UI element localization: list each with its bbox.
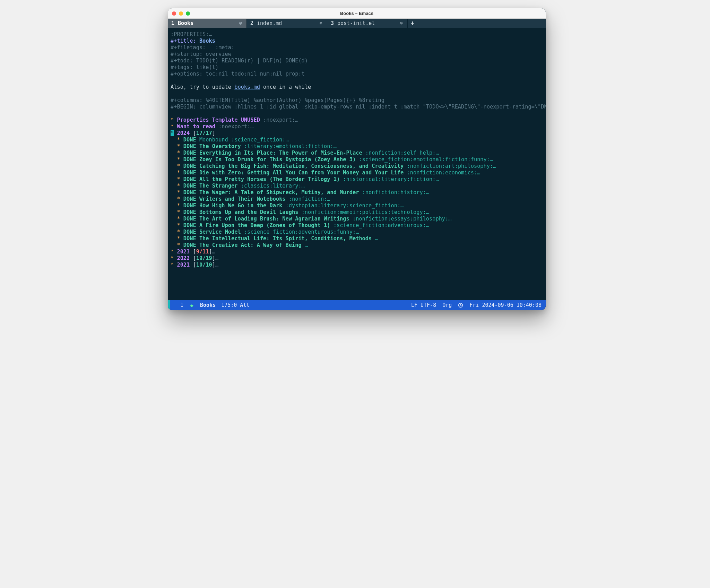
entry-row: * DONE The Creative Act: A Way of Being … (168, 242, 546, 249)
entry-row: * DONE How High We Go in the Dark :dysto… (168, 202, 546, 209)
mac-titlebar: Books – Emacs (168, 8, 546, 19)
entry-row: * DONE Everything in Its Place: The Powe… (168, 150, 546, 156)
close-icon[interactable]: ⊗ (399, 21, 404, 26)
tab-index-md[interactable]: 2 index.md ⊗ (247, 19, 327, 28)
add-tab-button[interactable] (408, 19, 417, 28)
branch-icon (189, 302, 194, 308)
editor-buffer[interactable]: :PROPERTIES:…#+title: Books#+filetags: :… (168, 28, 546, 300)
tab-bar: 1 Books ⊗ 2 index.md ⊗ 3 post-init.el ⊗ (168, 19, 546, 28)
modeline-accent (168, 300, 170, 310)
heading-2023: * 2023 [9/11]… (168, 249, 546, 255)
tab-label: Books (178, 20, 193, 26)
modeline-clock: Fri 2024-09-06 10:40:08 (469, 302, 542, 308)
window-title: Books – Emacs (168, 11, 546, 16)
entry-row: * DONE Die with Zero: Getting All You Ca… (168, 170, 546, 176)
entry-row: * DONE Zoey Is Too Drunk for This Dystop… (168, 156, 546, 163)
entry-row: * DONE The Overstory :literary:emotional… (168, 143, 546, 150)
tab-books[interactable]: 1 Books ⊗ (168, 19, 247, 28)
entry-row: * DONE The Art of Loading Brush: New Agr… (168, 216, 546, 222)
heading-2024: * 2024 [17/17] (168, 130, 546, 137)
entry-row: * DONE Moonbound :science_fiction:… (168, 137, 546, 143)
heading-2022: * 2022 [19/19]… (168, 255, 546, 262)
link-books-md[interactable]: books.md (234, 84, 260, 90)
modeline: 1 Books 175:0 All LF UTF-8 Org Fri 2024-… (168, 300, 546, 310)
entry-row: * DONE The Stranger :classics:literary:… (168, 183, 546, 189)
entry-row: * DONE A Fire Upon the Deep (Zones of Th… (168, 222, 546, 229)
link-first-entry[interactable]: Moonbound (199, 137, 228, 143)
emacs-window: Books – Emacs 1 Books ⊗ 2 index.md ⊗ 3 p… (168, 8, 546, 310)
modeline-eol: LF UTF-8 (411, 302, 436, 308)
entry-row: * DONE All the Pretty Horses (The Border… (168, 176, 546, 183)
clock-icon (458, 303, 463, 308)
heading-1: * Want to read :noexport:… (168, 123, 546, 130)
modeline-buffer-num: 1 (180, 302, 183, 308)
heading-0: * Properties Template UNUSED :noexport:… (168, 117, 546, 123)
modeline-file: Books (200, 302, 216, 308)
tab-post-init[interactable]: 3 post-init.el ⊗ (327, 19, 408, 28)
modeline-pos: 175:0 All (221, 302, 249, 308)
tab-label: index.md (257, 20, 282, 26)
entry-row: * DONE The Wager: A Tale of Shipwreck, M… (168, 189, 546, 196)
cursor: * (171, 130, 174, 136)
entry-row: * DONE Bottoms Up and the Devil Laughs :… (168, 209, 546, 216)
tab-label: post-init.el (337, 20, 375, 26)
entry-row: * DONE Writers and Their Notebooks :nonf… (168, 196, 546, 202)
close-icon[interactable]: ⊗ (238, 21, 243, 26)
heading-2021: * 2021 [10/10]… (168, 262, 546, 268)
svg-rect-1 (411, 23, 414, 24)
close-icon[interactable]: ⊗ (319, 21, 323, 26)
entry-row: * DONE Service Model :science_fiction:ad… (168, 229, 546, 235)
entry-row: * DONE The Intellectual Life: Its Spirit… (168, 235, 546, 242)
modeline-mode: Org (442, 302, 452, 308)
entry-row: * DONE Catching the Big Fish: Meditation… (168, 163, 546, 170)
